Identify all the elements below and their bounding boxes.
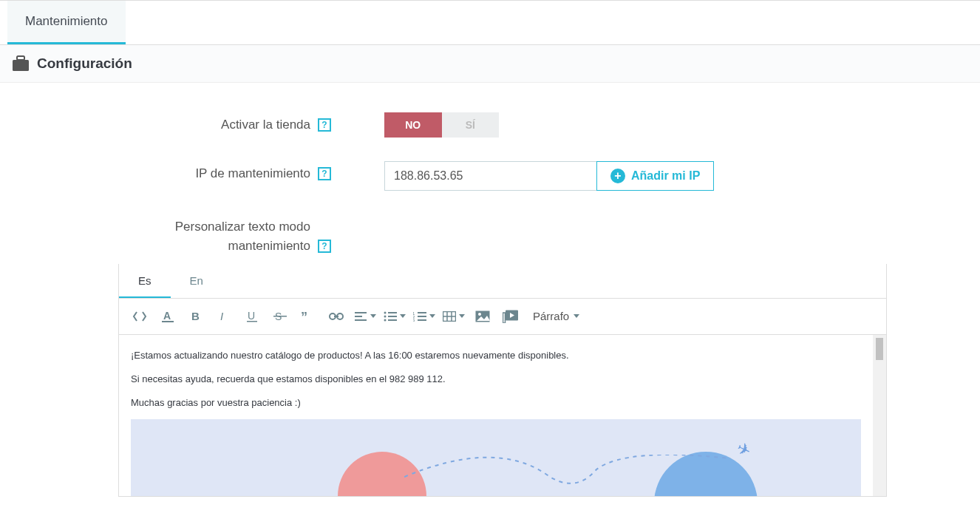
text-color-icon[interactable]: A: [157, 306, 178, 327]
lang-tab-en[interactable]: En: [171, 264, 222, 298]
editor-line: ¡Estamos actualizando nuestro catálogo d…: [131, 348, 861, 363]
numbered-list-icon[interactable]: 123: [413, 306, 435, 327]
svg-rect-3: [162, 321, 174, 322]
help-icon[interactable]: ?: [318, 240, 331, 253]
underline-icon[interactable]: U: [242, 306, 262, 327]
text-editor: Es En A B I U S: [118, 264, 887, 497]
svg-text:3: 3: [413, 319, 415, 322]
chevron-down-icon: [400, 314, 406, 318]
toggle-no[interactable]: NO: [384, 112, 442, 138]
help-icon[interactable]: ?: [318, 118, 331, 132]
tab-maintenance[interactable]: Mantenimiento: [7, 1, 126, 44]
editor-illustration: ✈: [131, 419, 861, 496]
svg-rect-13: [334, 316, 338, 317]
align-icon[interactable]: [354, 306, 376, 327]
panel-title: Configuración: [37, 55, 132, 72]
lang-tab-es[interactable]: Es: [119, 264, 171, 298]
enable-shop-label: Activar la tienda: [221, 115, 310, 135]
svg-text:B: B: [191, 311, 200, 322]
quote-icon[interactable]: ”: [298, 306, 319, 327]
chevron-down-icon: [429, 314, 435, 318]
image-icon[interactable]: [472, 306, 493, 327]
svg-rect-37: [503, 313, 506, 323]
svg-text:U: U: [248, 310, 255, 322]
scroll-thumb[interactable]: [876, 338, 883, 360]
add-my-ip-button[interactable]: + Añadir mi IP: [596, 161, 714, 191]
briefcase-icon: [12, 55, 30, 72]
svg-point-21: [384, 319, 387, 321]
chevron-down-icon: [574, 314, 579, 318]
svg-point-17: [384, 311, 387, 313]
svg-rect-1: [17, 56, 24, 60]
bold-icon[interactable]: B: [186, 306, 206, 327]
help-icon[interactable]: ?: [318, 167, 331, 180]
custom-text-label: Personalizar texto modo mantenimiento: [155, 217, 310, 257]
paragraph-format-label: Párrafo: [533, 310, 569, 322]
chevron-down-icon: [459, 314, 465, 318]
italic-icon[interactable]: I: [214, 306, 234, 327]
chevron-down-icon: [370, 314, 376, 318]
svg-text:”: ”: [301, 311, 307, 322]
svg-rect-7: [247, 321, 257, 322]
media-icon[interactable]: [500, 306, 521, 327]
svg-rect-9: [273, 316, 287, 317]
editor-toolbar: A B I U S ”: [119, 299, 886, 335]
svg-point-34: [478, 313, 481, 316]
link-icon[interactable]: [326, 306, 347, 327]
table-icon[interactable]: [443, 306, 465, 327]
maintenance-ip-input[interactable]: [384, 161, 597, 191]
svg-rect-0: [13, 60, 29, 71]
enable-shop-toggle[interactable]: NO SÍ: [384, 112, 499, 138]
add-my-ip-label: Añadir mi IP: [631, 169, 700, 183]
svg-text:I: I: [220, 311, 223, 322]
maintenance-ip-label: IP de mantenimiento: [195, 164, 310, 183]
plus-circle-icon: +: [610, 169, 625, 183]
bullet-list-icon[interactable]: [384, 306, 406, 327]
svg-point-19: [384, 315, 387, 317]
dashed-line: [404, 455, 729, 484]
editor-line: Si necesitas ayuda, recuerda que estamos…: [131, 372, 861, 387]
paragraph-format-select[interactable]: Párrafo: [528, 310, 584, 322]
strikethrough-icon[interactable]: S: [270, 306, 290, 327]
toggle-yes[interactable]: SÍ: [442, 112, 500, 138]
paper-plane-icon: ✈: [732, 435, 755, 464]
panel-header: Configuración: [0, 45, 980, 83]
editor-line: Muchas gracias por vuestra paciencia :): [131, 396, 861, 410]
code-icon[interactable]: [129, 306, 150, 327]
editor-content[interactable]: ¡Estamos actualizando nuestro catálogo d…: [119, 335, 873, 496]
editor-scrollbar[interactable]: [873, 335, 886, 496]
svg-text:A: A: [163, 310, 171, 322]
